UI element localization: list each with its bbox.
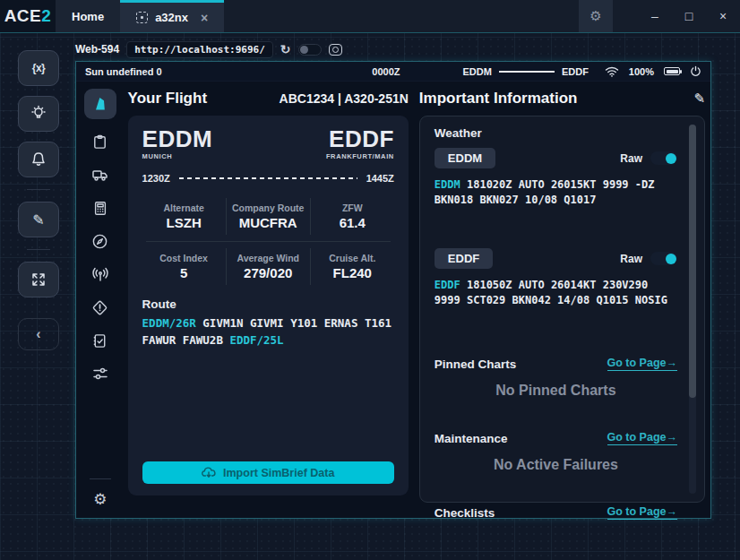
your-flight-title: Your Flight: [128, 90, 207, 108]
sidebar-divider: [90, 478, 111, 479]
info-value: 61.4: [313, 215, 392, 230]
station-chip-eddm[interactable]: EDDM: [435, 148, 495, 168]
checklist-icon: [91, 332, 108, 349]
info-grid-divider: [146, 241, 391, 242]
checklists-row: Checklists Go to Page→: [435, 505, 677, 520]
sidebar-item-failures[interactable]: [91, 297, 108, 318]
settings-gear-icon[interactable]: ⚙: [579, 0, 613, 32]
power-icon[interactable]: [690, 65, 701, 77]
sidebar-item-dashboard[interactable]: [84, 89, 116, 119]
info-value: LSZH: [144, 215, 224, 230]
route-arrival-runway: EDDF/25L: [229, 333, 283, 347]
raw-label: Raw: [620, 253, 642, 265]
pinned-charts-link[interactable]: Go to Page→: [607, 357, 677, 371]
route-progress-line: [499, 71, 555, 73]
info-scrollbar[interactable]: [689, 125, 696, 494]
tab-a32nx[interactable]: a32nx ×: [120, 0, 224, 32]
sidebar-item-settings[interactable]: ⚙: [93, 490, 107, 509]
sidebar-item-presets[interactable]: [91, 363, 109, 384]
flight-card-spacer: [142, 349, 394, 462]
window-maximize-button[interactable]: □: [672, 0, 706, 32]
web-window-label: Web-594: [75, 43, 119, 56]
tab-a32nx-label: a32nx: [155, 11, 188, 24]
window-minimize-button[interactable]: –: [638, 0, 672, 32]
aircraft-tab-icon: [136, 12, 148, 23]
chevron-left-icon: ‹: [36, 326, 40, 342]
departure-icao: EDDM: [142, 127, 213, 151]
devtools-toggle[interactable]: [298, 44, 322, 56]
cloud-download-icon: [202, 467, 216, 478]
raw-toggle[interactable]: [650, 151, 677, 165]
efb-window: Sun undefined 0 0000Z EDDM EDDF 100%: [75, 61, 711, 519]
sidebar-item-dispatch[interactable]: [91, 131, 108, 152]
screenshot-icon[interactable]: [329, 44, 342, 56]
left-toolbar: {x} ✎ ‹: [18, 50, 59, 360]
sidebar-item-navigation[interactable]: [91, 230, 108, 252]
titlebar-spacer: [224, 0, 579, 32]
info-value: 5: [144, 265, 224, 280]
calculator-icon: [92, 200, 108, 217]
station-chip-eddf[interactable]: EDDF: [435, 248, 493, 269]
checklists-link[interactable]: Go to Page→: [607, 505, 677, 520]
route-label: Route: [142, 297, 394, 311]
sidebar-item-atc[interactable]: [91, 263, 109, 285]
maintenance-empty: No Active Failures: [435, 457, 677, 473]
info-row: Cost Index 5 Average Wind 279/020 Cruise…: [142, 248, 394, 285]
sidebar-item-ground[interactable]: [91, 164, 109, 185]
fullscreen-button[interactable]: [18, 262, 59, 297]
tab-home[interactable]: Home: [56, 0, 120, 32]
route-text: EDDM/26R GIVM1N GIVMI Y101 ERNAS T161 FA…: [142, 315, 394, 349]
metar-body: 181050Z AUTO 26014KT 230V290 9999 SCT029…: [435, 279, 667, 306]
collapse-rail-button[interactable]: ‹: [18, 318, 59, 350]
statusbar-icons: 100%: [605, 65, 701, 77]
sidebar-item-checklists[interactable]: [91, 330, 108, 351]
maintenance-link[interactable]: Go to Page→: [607, 431, 677, 445]
import-simbrief-button[interactable]: Import SimBrief Data: [142, 461, 394, 484]
pinned-charts-empty: No Pinned Charts: [435, 383, 677, 399]
sidebar-item-performance[interactable]: [92, 197, 108, 219]
metar-station-code: EDDM: [435, 178, 460, 191]
info-cell-average-wind: Average Wind 279/020: [226, 248, 310, 285]
maintenance-title: Maintenance: [435, 432, 508, 445]
url-input[interactable]: http://localhost:9696/: [126, 41, 273, 58]
edit-pencil-icon[interactable]: ✎: [693, 90, 705, 107]
lighting-button[interactable]: [18, 96, 59, 132]
tab-home-label: Home: [72, 10, 104, 23]
flight-card: EDDM MUNICH EDDF FRANKFURT/MAIN 1230Z 14…: [128, 116, 409, 495]
scrollbar-thumb[interactable]: [689, 125, 696, 398]
statusbar-time: 0000Z: [372, 66, 400, 77]
info-value: MUCFRA: [228, 215, 308, 230]
window-close-button[interactable]: ×: [706, 0, 740, 32]
variables-button[interactable]: {x}: [18, 50, 59, 86]
compass-icon: [91, 233, 108, 250]
maintenance-row: Maintenance Go to Page→: [435, 431, 677, 445]
pinned-charts-title: Pinned Charts: [435, 358, 517, 371]
expand-icon: [30, 271, 47, 289]
metar-eddm: EDDM 181020Z AUTO 26015KT 9999 -DZ BKN01…: [435, 177, 677, 222]
rail-divider: [27, 189, 50, 190]
metar-body: 181020Z AUTO 26015KT 9999 -DZ BKN018 BKN…: [435, 178, 655, 206]
edit-button[interactable]: ✎: [18, 202, 59, 237]
tab-close-icon[interactable]: ×: [201, 11, 208, 25]
sliders-icon: [91, 365, 109, 383]
info-label: ZFW: [313, 202, 392, 213]
important-info-header: Important Information ✎: [419, 89, 705, 108]
toggle-knob: [666, 153, 676, 164]
raw-toggle[interactable]: [650, 252, 677, 265]
info-value: FL240: [313, 265, 392, 280]
departure-airport: EDDM MUNICH: [142, 127, 213, 160]
app-logo: ACE2: [0, 0, 56, 32]
raw-toggle-group: Raw: [620, 151, 677, 165]
metar-station-code: EDDF: [435, 279, 460, 291]
efb-sidebar: ⚙: [80, 87, 121, 518]
your-flight-header: Your Flight ABC1234 | A320-251N: [128, 89, 409, 108]
raw-label: Raw: [620, 152, 642, 165]
efb-statusbar: Sun undefined 0 0000Z EDDM EDDF 100%: [76, 62, 710, 82]
statusbar-route: EDDM EDDF: [463, 66, 589, 77]
app-logo-text: ACE: [4, 6, 42, 26]
notifications-button[interactable]: [18, 142, 59, 177]
info-cell-alternate: Alternate LSZH: [142, 198, 226, 235]
refresh-icon[interactable]: ↻: [280, 43, 291, 56]
antenna-icon: [91, 265, 109, 283]
toggle-knob: [666, 254, 676, 264]
